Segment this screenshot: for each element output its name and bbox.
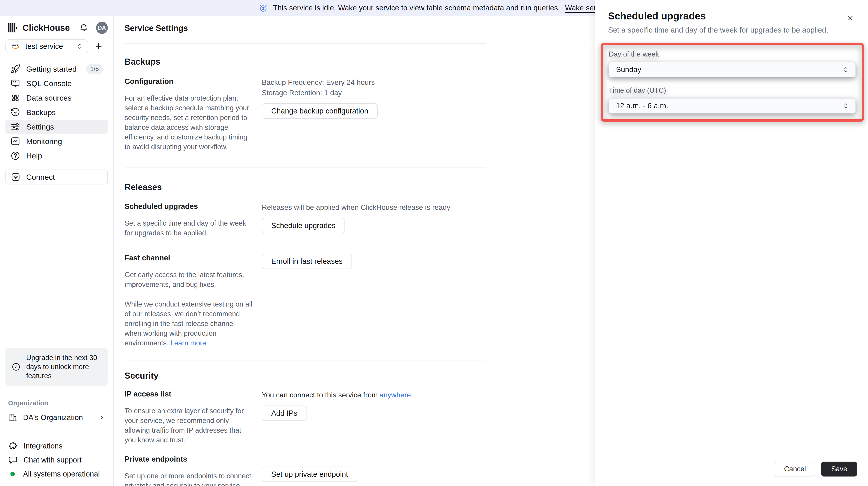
avatar[interactable]: DA <box>96 22 108 34</box>
panel-title: Scheduled upgrades <box>608 10 855 22</box>
row-description: Get early access to the latest features,… <box>125 270 253 289</box>
sidebar-item-monitoring[interactable]: Monitoring <box>5 134 108 148</box>
enroll-fast-releases-button[interactable]: Enroll in fast releases <box>262 254 352 269</box>
console-monitor-icon <box>10 79 20 88</box>
system-status[interactable]: All systems operational <box>5 467 108 481</box>
clickhouse-logo-icon <box>8 23 18 33</box>
orbit-icon <box>10 93 20 103</box>
status-green-dot <box>10 472 15 476</box>
history-clock-icon <box>10 108 20 117</box>
organization-name: DA's Organization <box>23 413 83 422</box>
brand-name: ClickHouse <box>23 23 70 33</box>
sidebar-item-label: Getting started <box>26 65 76 73</box>
storage-retention-value: Storage Retention: 1 day <box>262 88 378 98</box>
save-button[interactable]: Save <box>821 462 857 477</box>
change-backup-configuration-button[interactable]: Change backup configuration <box>262 103 378 119</box>
panel-footer: Cancel Save <box>595 462 868 486</box>
sidebar-item-settings[interactable]: Settings <box>5 120 108 134</box>
progress-badge: 1/5 <box>86 64 103 74</box>
releases-ready-note: Releases will be applied when ClickHouse… <box>262 202 450 212</box>
help-circle-icon <box>10 151 20 161</box>
clock-icon <box>11 362 21 372</box>
service-name: test service <box>25 42 63 51</box>
wifi-square-icon <box>11 172 20 182</box>
setup-private-endpoint-button[interactable]: Set up private endpoint <box>262 466 358 482</box>
backup-frequency-value: Backup Frequency: Every 24 hours <box>262 77 378 88</box>
field-label: Day of the week <box>609 50 856 58</box>
page-title: Service Settings <box>125 24 188 33</box>
select-value: Sunday <box>616 65 641 74</box>
rocket-icon <box>10 64 20 74</box>
sidebar-item-integrations[interactable]: Integrations <box>5 439 108 453</box>
aws-icon: aws <box>11 43 20 50</box>
sidebar-item-help[interactable]: Help <box>5 149 108 163</box>
day-of-week-field: Day of the week Sunday <box>609 50 856 77</box>
panel-subtitle: Set a specific time and day of the week … <box>608 26 855 34</box>
time-of-day-field: Time of day (UTC) 12 a.m. - 6 a.m. <box>609 86 856 114</box>
sidebar-item-label: Monitoring <box>26 137 62 146</box>
connect-button[interactable]: Connect <box>5 170 108 184</box>
sidebar-footer: Integrations Chat with support All syste… <box>5 439 108 481</box>
schedule-upgrades-button[interactable]: Schedule upgrades <box>262 218 345 233</box>
sidebar-item-label: Data sources <box>26 94 71 102</box>
brand-row: ClickHouse DA <box>5 22 108 34</box>
row-title: Private endpoints <box>125 455 262 463</box>
row-description-secondary: While we conduct extensive testing on al… <box>125 299 253 348</box>
divider <box>125 361 486 361</box>
upgrade-notice-text: Upgrade in the next 30 days to unlock mo… <box>26 353 102 381</box>
sidebar-item-chat-support[interactable]: Chat with support <box>5 453 108 466</box>
field-label: Time of day (UTC) <box>609 86 856 94</box>
divider <box>0 433 113 433</box>
organization-switcher[interactable]: DA's Organization <box>5 411 108 424</box>
organization-label: Organization <box>5 399 108 407</box>
anywhere-link[interactable]: anywhere <box>379 391 411 399</box>
footer-item-label: Integrations <box>24 442 62 450</box>
sidebar-item-label: Help <box>26 151 42 160</box>
notifications-bell-icon[interactable] <box>79 23 88 33</box>
sidebar-item-backups[interactable]: Backups <box>5 105 108 119</box>
building-icon <box>8 413 18 422</box>
spacer <box>5 184 108 348</box>
day-of-week-select[interactable]: Sunday <box>609 62 856 77</box>
row-description: To ensure an extra layer of security for… <box>125 406 253 445</box>
chevron-updown-icon <box>843 102 848 109</box>
connect-from-prefix: You can connect to this service from <box>262 391 378 399</box>
row-description: Set a specific time and day of the week … <box>125 218 253 238</box>
service-selector[interactable]: aws test service <box>5 39 88 53</box>
chevron-updown-icon <box>843 66 848 73</box>
sidebar-nav: Getting started 1/5 SQL Console <box>5 62 108 163</box>
connect-label: Connect <box>26 173 55 182</box>
row-title: Scheduled upgrades <box>125 202 262 211</box>
idle-banner-text: This service is idle. Wake your service … <box>273 4 560 12</box>
sidebar-item-data-sources[interactable]: Data sources <box>5 91 108 105</box>
sidebar-item-sql-console[interactable]: SQL Console <box>5 77 108 90</box>
chevron-updown-icon <box>77 43 83 50</box>
row-title: Configuration <box>125 77 262 86</box>
close-icon[interactable] <box>845 13 855 23</box>
add-ips-button[interactable]: Add IPs <box>262 405 307 421</box>
service-row: aws test service <box>5 39 108 53</box>
footer-item-label: Chat with support <box>24 456 82 464</box>
row-title: IP access list <box>125 390 262 398</box>
sidebar-item-getting-started[interactable]: Getting started 1/5 <box>5 62 108 76</box>
divider <box>125 43 486 44</box>
chevron-right-icon <box>98 414 105 421</box>
chart-icon <box>10 136 20 146</box>
sidebar: ClickHouse DA aws test servic <box>0 16 114 486</box>
divider <box>125 168 486 168</box>
scheduled-upgrades-panel: Scheduled upgrades Set a specific time a… <box>595 0 868 486</box>
annotation-highlight: Day of the week Sunday Time of day (UTC)… <box>600 43 864 122</box>
upgrade-notice[interactable]: Upgrade in the next 30 days to unlock mo… <box>5 348 108 386</box>
sidebar-item-label: Backups <box>26 108 56 117</box>
sidebar-item-label: SQL Console <box>26 79 72 88</box>
panel-header: Scheduled upgrades Set a specific time a… <box>595 0 868 41</box>
time-of-day-select[interactable]: 12 a.m. - 6 a.m. <box>609 98 856 114</box>
footer-item-label: All systems operational <box>23 470 100 478</box>
sidebar-item-label: Settings <box>26 123 54 131</box>
svg-text:aws: aws <box>12 43 18 47</box>
row-title: Fast channel <box>125 254 262 262</box>
snooze-alarm-icon <box>258 3 268 13</box>
add-service-button[interactable] <box>92 40 105 53</box>
cancel-button[interactable]: Cancel <box>775 462 815 477</box>
learn-more-link[interactable]: Learn more <box>170 339 206 347</box>
